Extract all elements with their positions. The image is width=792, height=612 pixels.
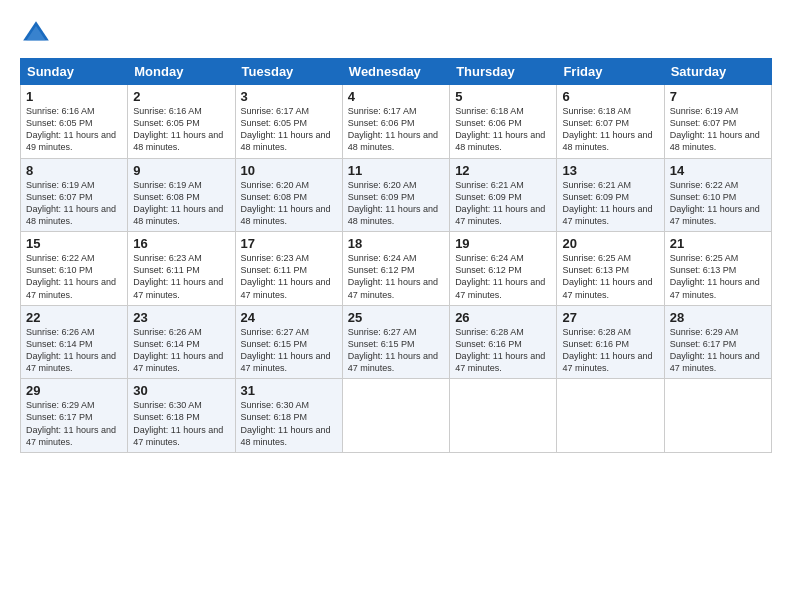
day-number: 15	[26, 236, 122, 251]
calendar-cell: 12Sunrise: 6:21 AMSunset: 6:09 PMDayligh…	[450, 158, 557, 232]
calendar-cell: 22Sunrise: 6:26 AMSunset: 6:14 PMDayligh…	[21, 305, 128, 379]
calendar-cell: 4Sunrise: 6:17 AMSunset: 6:06 PMDaylight…	[342, 85, 449, 159]
logo	[20, 18, 58, 50]
calendar-cell: 5Sunrise: 6:18 AMSunset: 6:06 PMDaylight…	[450, 85, 557, 159]
day-info: Sunrise: 6:27 AMSunset: 6:15 PMDaylight:…	[348, 326, 444, 375]
day-number: 2	[133, 89, 229, 104]
calendar-cell: 6Sunrise: 6:18 AMSunset: 6:07 PMDaylight…	[557, 85, 664, 159]
day-info: Sunrise: 6:16 AMSunset: 6:05 PMDaylight:…	[133, 105, 229, 154]
calendar-header-sunday: Sunday	[21, 59, 128, 85]
calendar-week-row: 15Sunrise: 6:22 AMSunset: 6:10 PMDayligh…	[21, 232, 772, 306]
calendar-cell: 1Sunrise: 6:16 AMSunset: 6:05 PMDaylight…	[21, 85, 128, 159]
calendar-cell: 24Sunrise: 6:27 AMSunset: 6:15 PMDayligh…	[235, 305, 342, 379]
calendar-cell: 7Sunrise: 6:19 AMSunset: 6:07 PMDaylight…	[664, 85, 771, 159]
day-number: 27	[562, 310, 658, 325]
header	[20, 18, 772, 50]
calendar-cell: 13Sunrise: 6:21 AMSunset: 6:09 PMDayligh…	[557, 158, 664, 232]
calendar-cell: 29Sunrise: 6:29 AMSunset: 6:17 PMDayligh…	[21, 379, 128, 453]
calendar-cell	[450, 379, 557, 453]
day-info: Sunrise: 6:29 AMSunset: 6:17 PMDaylight:…	[670, 326, 766, 375]
day-number: 4	[348, 89, 444, 104]
calendar-cell: 23Sunrise: 6:26 AMSunset: 6:14 PMDayligh…	[128, 305, 235, 379]
calendar-cell: 9Sunrise: 6:19 AMSunset: 6:08 PMDaylight…	[128, 158, 235, 232]
calendar-week-row: 22Sunrise: 6:26 AMSunset: 6:14 PMDayligh…	[21, 305, 772, 379]
page: SundayMondayTuesdayWednesdayThursdayFrid…	[0, 0, 792, 612]
day-number: 6	[562, 89, 658, 104]
day-number: 23	[133, 310, 229, 325]
day-info: Sunrise: 6:25 AMSunset: 6:13 PMDaylight:…	[670, 252, 766, 301]
day-number: 31	[241, 383, 337, 398]
day-info: Sunrise: 6:26 AMSunset: 6:14 PMDaylight:…	[133, 326, 229, 375]
day-info: Sunrise: 6:19 AMSunset: 6:08 PMDaylight:…	[133, 179, 229, 228]
day-info: Sunrise: 6:20 AMSunset: 6:08 PMDaylight:…	[241, 179, 337, 228]
calendar-cell: 28Sunrise: 6:29 AMSunset: 6:17 PMDayligh…	[664, 305, 771, 379]
day-info: Sunrise: 6:27 AMSunset: 6:15 PMDaylight:…	[241, 326, 337, 375]
calendar-cell: 8Sunrise: 6:19 AMSunset: 6:07 PMDaylight…	[21, 158, 128, 232]
calendar-cell: 16Sunrise: 6:23 AMSunset: 6:11 PMDayligh…	[128, 232, 235, 306]
calendar-table: SundayMondayTuesdayWednesdayThursdayFrid…	[20, 58, 772, 453]
calendar-header-tuesday: Tuesday	[235, 59, 342, 85]
calendar-header-saturday: Saturday	[664, 59, 771, 85]
day-info: Sunrise: 6:19 AMSunset: 6:07 PMDaylight:…	[670, 105, 766, 154]
day-number: 10	[241, 163, 337, 178]
calendar-cell: 26Sunrise: 6:28 AMSunset: 6:16 PMDayligh…	[450, 305, 557, 379]
calendar-cell: 10Sunrise: 6:20 AMSunset: 6:08 PMDayligh…	[235, 158, 342, 232]
day-info: Sunrise: 6:24 AMSunset: 6:12 PMDaylight:…	[348, 252, 444, 301]
day-info: Sunrise: 6:22 AMSunset: 6:10 PMDaylight:…	[26, 252, 122, 301]
calendar-header-monday: Monday	[128, 59, 235, 85]
calendar-cell: 14Sunrise: 6:22 AMSunset: 6:10 PMDayligh…	[664, 158, 771, 232]
calendar-header-wednesday: Wednesday	[342, 59, 449, 85]
day-info: Sunrise: 6:28 AMSunset: 6:16 PMDaylight:…	[562, 326, 658, 375]
calendar-header-friday: Friday	[557, 59, 664, 85]
day-info: Sunrise: 6:30 AMSunset: 6:18 PMDaylight:…	[241, 399, 337, 448]
day-number: 7	[670, 89, 766, 104]
day-info: Sunrise: 6:23 AMSunset: 6:11 PMDaylight:…	[241, 252, 337, 301]
day-info: Sunrise: 6:25 AMSunset: 6:13 PMDaylight:…	[562, 252, 658, 301]
day-number: 29	[26, 383, 122, 398]
calendar-cell: 2Sunrise: 6:16 AMSunset: 6:05 PMDaylight…	[128, 85, 235, 159]
calendar-cell: 30Sunrise: 6:30 AMSunset: 6:18 PMDayligh…	[128, 379, 235, 453]
day-number: 13	[562, 163, 658, 178]
calendar-week-row: 29Sunrise: 6:29 AMSunset: 6:17 PMDayligh…	[21, 379, 772, 453]
calendar-cell: 20Sunrise: 6:25 AMSunset: 6:13 PMDayligh…	[557, 232, 664, 306]
calendar-cell: 11Sunrise: 6:20 AMSunset: 6:09 PMDayligh…	[342, 158, 449, 232]
day-info: Sunrise: 6:17 AMSunset: 6:06 PMDaylight:…	[348, 105, 444, 154]
day-info: Sunrise: 6:16 AMSunset: 6:05 PMDaylight:…	[26, 105, 122, 154]
day-info: Sunrise: 6:20 AMSunset: 6:09 PMDaylight:…	[348, 179, 444, 228]
calendar-cell	[342, 379, 449, 453]
day-info: Sunrise: 6:18 AMSunset: 6:06 PMDaylight:…	[455, 105, 551, 154]
calendar-header-thursday: Thursday	[450, 59, 557, 85]
day-number: 5	[455, 89, 551, 104]
logo-icon	[20, 18, 52, 50]
day-number: 25	[348, 310, 444, 325]
day-info: Sunrise: 6:30 AMSunset: 6:18 PMDaylight:…	[133, 399, 229, 448]
day-number: 14	[670, 163, 766, 178]
day-info: Sunrise: 6:23 AMSunset: 6:11 PMDaylight:…	[133, 252, 229, 301]
day-number: 9	[133, 163, 229, 178]
day-number: 3	[241, 89, 337, 104]
day-info: Sunrise: 6:29 AMSunset: 6:17 PMDaylight:…	[26, 399, 122, 448]
calendar-cell: 3Sunrise: 6:17 AMSunset: 6:05 PMDaylight…	[235, 85, 342, 159]
calendar-header-row: SundayMondayTuesdayWednesdayThursdayFrid…	[21, 59, 772, 85]
calendar-cell: 21Sunrise: 6:25 AMSunset: 6:13 PMDayligh…	[664, 232, 771, 306]
calendar-cell: 18Sunrise: 6:24 AMSunset: 6:12 PMDayligh…	[342, 232, 449, 306]
day-number: 20	[562, 236, 658, 251]
calendar-week-row: 1Sunrise: 6:16 AMSunset: 6:05 PMDaylight…	[21, 85, 772, 159]
day-info: Sunrise: 6:28 AMSunset: 6:16 PMDaylight:…	[455, 326, 551, 375]
calendar-cell: 27Sunrise: 6:28 AMSunset: 6:16 PMDayligh…	[557, 305, 664, 379]
day-number: 19	[455, 236, 551, 251]
day-number: 1	[26, 89, 122, 104]
day-number: 17	[241, 236, 337, 251]
calendar-cell: 15Sunrise: 6:22 AMSunset: 6:10 PMDayligh…	[21, 232, 128, 306]
calendar-cell: 31Sunrise: 6:30 AMSunset: 6:18 PMDayligh…	[235, 379, 342, 453]
day-number: 11	[348, 163, 444, 178]
day-info: Sunrise: 6:22 AMSunset: 6:10 PMDaylight:…	[670, 179, 766, 228]
day-info: Sunrise: 6:21 AMSunset: 6:09 PMDaylight:…	[455, 179, 551, 228]
day-number: 18	[348, 236, 444, 251]
day-number: 28	[670, 310, 766, 325]
calendar-cell	[664, 379, 771, 453]
day-info: Sunrise: 6:18 AMSunset: 6:07 PMDaylight:…	[562, 105, 658, 154]
day-number: 30	[133, 383, 229, 398]
day-number: 16	[133, 236, 229, 251]
day-info: Sunrise: 6:21 AMSunset: 6:09 PMDaylight:…	[562, 179, 658, 228]
